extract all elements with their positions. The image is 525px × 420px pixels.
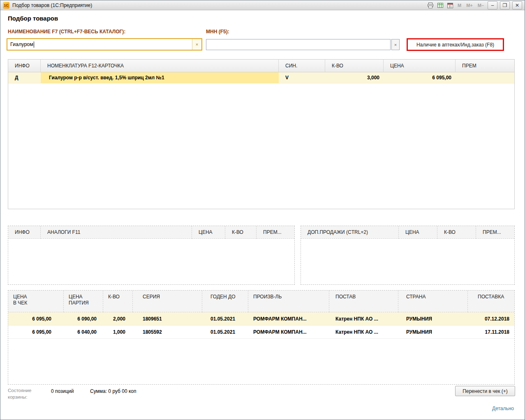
- cell-price-batch[interactable]: 6 040,00: [64, 325, 103, 338]
- cell-price[interactable]: 6 095,00: [384, 72, 456, 83]
- col-header-price[interactable]: ЦЕНА: [384, 60, 456, 72]
- catalog-table: ИНФО НОМЕНКЛАТУРА F12-КАРТОЧКА СИН. К-ВО…: [8, 59, 515, 209]
- cell-manufacturer[interactable]: РОМФАРМ КОМПАН...: [248, 312, 329, 325]
- col-header-info[interactable]: ИНФО: [8, 60, 41, 72]
- mnn-search-input[interactable]: [206, 39, 391, 50]
- memory-mminus-button[interactable]: M–: [476, 3, 485, 8]
- col-header-qty[interactable]: К-ВО: [225, 226, 257, 239]
- memory-m-button[interactable]: M: [456, 3, 463, 8]
- cell-supplier[interactable]: Катрен НПК АО ...: [329, 312, 398, 325]
- basket-positions: 0 позиций: [51, 388, 74, 394]
- col-header-expiry[interactable]: ГОДЕН ДО: [202, 291, 248, 312]
- cell-qty[interactable]: 3,000: [325, 72, 384, 83]
- cell-expiry[interactable]: 01.05.2021: [202, 325, 248, 338]
- spreadsheet-icon[interactable]: [437, 2, 444, 9]
- text-caret: [34, 42, 34, 48]
- col-header-info[interactable]: ИНФО: [8, 226, 41, 239]
- cell-manufacturer[interactable]: РОМФАРМ КОМПАН...: [248, 325, 329, 338]
- cell-qty[interactable]: 2,000: [103, 312, 133, 325]
- clear-mnn-icon[interactable]: ×: [391, 39, 400, 50]
- analogs-table: ИНФО АНАЛОГИ F11 ЦЕНА К-ВО ПРЕМ...: [8, 226, 295, 285]
- availability-button[interactable]: Наличие в аптеках/Инд.заказ (F8): [407, 38, 504, 51]
- cell-info[interactable]: Д: [8, 72, 41, 83]
- cell-supplier[interactable]: Катрен НПК АО ...: [329, 325, 398, 338]
- batch-row[interactable]: 6 095,00 6 090,00 2,000 1809651 01.05.20…: [8, 312, 514, 325]
- col-header-supplier[interactable]: ПОСТАВ: [329, 291, 398, 312]
- col-header-prem[interactable]: ПРЕМ: [456, 60, 514, 72]
- cell-delivery[interactable]: 07.12.2018: [468, 312, 514, 325]
- col-header-qty[interactable]: К-ВО: [437, 226, 476, 239]
- batches-table-header: ЦЕНА В ЧЕК ЦЕНА ПАРТИЯ К-ВО СЕРИЯ ГОДЕН …: [8, 291, 514, 312]
- cell-price-check[interactable]: 6 095,00: [8, 312, 64, 325]
- upsell-table: ДОП.ПРОДАЖИ (CTRL+2) ЦЕНА К-ВО ПРЕМ...: [301, 226, 515, 285]
- col-header-delivery[interactable]: ПОСТАВКА: [468, 291, 514, 312]
- cell-delivery[interactable]: 17.11.2018: [468, 325, 514, 338]
- restore-button[interactable]: ❐: [500, 1, 510, 9]
- col-header-series[interactable]: СЕРИЯ: [133, 291, 202, 312]
- cell-series[interactable]: 1809651: [133, 312, 202, 325]
- catalog-row[interactable]: Д Гиалуром р-р в/суст. введ. 1,5% шприц …: [8, 72, 514, 83]
- batches-table: ЦЕНА В ЧЕК ЦЕНА ПАРТИЯ К-ВО СЕРИЯ ГОДЕН …: [8, 290, 515, 385]
- catalog-table-header: ИНФО НОМЕНКЛАТУРА F12-КАРТОЧКА СИН. К-ВО…: [8, 60, 514, 72]
- col-header-upsell[interactable]: ДОП.ПРОДАЖИ (CTRL+2): [301, 226, 399, 239]
- 1c-logo-icon: 1С: [3, 2, 9, 9]
- upsell-table-header: ДОП.ПРОДАЖИ (CTRL+2) ЦЕНА К-ВО ПРЕМ...: [301, 226, 514, 239]
- cell-country[interactable]: РУМЫНИЯ: [398, 325, 468, 338]
- calendar-icon[interactable]: 31: [446, 2, 454, 9]
- col-header-price[interactable]: ЦЕНА: [192, 226, 225, 239]
- cell-syn[interactable]: V: [279, 72, 325, 83]
- printer-icon[interactable]: [427, 2, 434, 9]
- memory-mplus-button[interactable]: M+: [465, 3, 474, 8]
- col-header-price[interactable]: ЦЕНА: [399, 226, 437, 239]
- col-header-prem[interactable]: ПРЕМ...: [257, 226, 294, 239]
- col-header-price-check[interactable]: ЦЕНА В ЧЕК: [8, 291, 64, 312]
- name-search-value: Гиалуром: [7, 39, 192, 50]
- cell-prem[interactable]: [456, 72, 514, 83]
- cell-qty[interactable]: 1,000: [103, 325, 133, 338]
- basket-state-label: Состояние корзины:: [8, 387, 31, 400]
- close-button[interactable]: ✕: [512, 1, 522, 9]
- page-title: Подбор товаров: [8, 15, 58, 22]
- minimize-button[interactable]: –: [488, 1, 497, 9]
- batch-row[interactable]: 6 095,00 6 040,00 1,000 1805592 01.05.20…: [8, 325, 514, 339]
- cell-nomenclature[interactable]: Гиалуром р-р в/суст. введ. 1,5% шприц 2м…: [41, 72, 279, 83]
- details-link[interactable]: Детально: [492, 406, 514, 411]
- col-header-prem[interactable]: ПРЕМ...: [476, 226, 514, 239]
- titlebar-controls: 31 M M+ M– – ❐ ✕: [427, 1, 522, 9]
- name-search-label: НАИМЕНОВАНИЕ F7 (CTRL+F7-ВЕСЬ КАТАЛОГ):: [8, 29, 125, 35]
- analogs-table-header: ИНФО АНАЛОГИ F11 ЦЕНА К-ВО ПРЕМ...: [8, 226, 294, 239]
- cell-price-check[interactable]: 6 095,00: [8, 325, 64, 338]
- col-header-qty[interactable]: К-ВО: [325, 60, 384, 72]
- window-title: Подбор товаров (1С:Предприятие): [12, 2, 92, 8]
- cell-expiry[interactable]: 01.05.2021: [202, 312, 248, 325]
- cell-country[interactable]: РУМЫНИЯ: [398, 312, 468, 325]
- col-header-price-batch[interactable]: ЦЕНА ПАРТИЯ: [64, 291, 103, 312]
- col-header-manufacturer[interactable]: ПРОИЗВ-ЛЬ: [248, 291, 329, 312]
- app-window: 1С Подбор товаров (1С:Предприятие) 31 M …: [0, 0, 525, 420]
- col-header-qty[interactable]: К-ВО: [103, 291, 133, 312]
- clear-name-icon[interactable]: ×: [192, 39, 201, 50]
- name-search-input[interactable]: Гиалуром ×: [7, 38, 202, 51]
- cell-price-batch[interactable]: 6 090,00: [64, 312, 103, 325]
- col-header-nomenclature[interactable]: НОМЕНКЛАТУРА F12-КАРТОЧКА: [41, 60, 279, 72]
- mnn-search-label: МНН (F5):: [206, 29, 229, 35]
- col-header-syn[interactable]: СИН.: [279, 60, 325, 72]
- col-header-country[interactable]: СТРАНА: [398, 291, 468, 312]
- basket-total: Сумма: 0 руб 00 коп: [90, 388, 136, 394]
- titlebar: 1С Подбор товаров (1С:Предприятие) 31 M …: [0, 0, 525, 10]
- svg-text:31: 31: [449, 5, 452, 7]
- cell-series[interactable]: 1805592: [133, 325, 202, 338]
- col-header-analogs[interactable]: АНАЛОГИ F11: [41, 226, 192, 239]
- transfer-to-check-button[interactable]: Перенести в чек (+): [455, 386, 515, 396]
